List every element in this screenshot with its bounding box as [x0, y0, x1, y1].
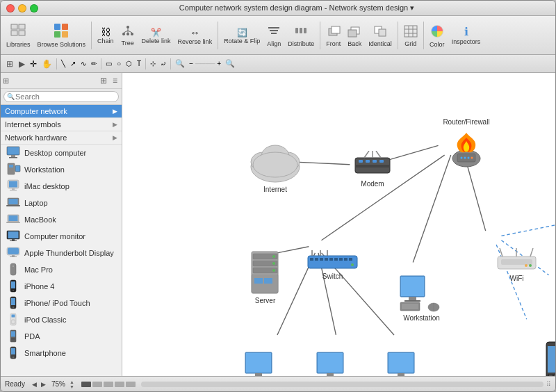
title-arrow-icon[interactable]: ▾ — [410, 3, 414, 12]
color-button[interactable]: Color — [427, 22, 448, 49]
node-desktop1[interactable]: Desktop PC — [244, 351, 289, 376]
tool-arrow[interactable]: ↗ — [68, 59, 78, 68]
node-router[interactable]: Router/Firewall — [442, 118, 491, 169]
page-dot-1[interactable] — [81, 382, 91, 387]
tool-zoom-out[interactable]: 🔍 — [173, 58, 187, 69]
next-page-button[interactable]: ▶ — [40, 380, 47, 389]
front-label: Front — [326, 40, 341, 47]
sidebar-item-imac[interactable]: iMac desktop — [1, 178, 122, 195]
page-dot-3[interactable] — [104, 382, 113, 387]
rotate-flip-button[interactable]: 🔄 Rotate & Flip — [221, 25, 263, 46]
sidebar-grid-view[interactable]: ⊞ — [98, 75, 109, 86]
category-label-computer-network: Computer network — [5, 107, 113, 115]
sidebar-item-workstation[interactable]: Workstation — [1, 161, 122, 178]
main-content: ⊞ ⊞ ≡ 🔍 Computer network ▶ Internet symb… — [1, 73, 555, 376]
reverse-link-button[interactable]: ↔️ Reverse link — [175, 24, 215, 47]
close-button[interactable] — [6, 4, 15, 13]
page-dot-5[interactable] — [126, 382, 136, 387]
svg-rect-116 — [308, 256, 357, 268]
node-smartphone[interactable]: Smartphone — [539, 341, 555, 376]
tool-pointer[interactable]: ▶ — [17, 58, 27, 70]
tool-connector2[interactable]: ⤾ — [158, 59, 168, 68]
front-button[interactable]: Front — [323, 22, 343, 49]
page-dot-2[interactable] — [92, 382, 102, 387]
rotate-flip-icon: 🔄 — [237, 26, 247, 37]
modem-label: Modem — [361, 180, 384, 188]
grid-button[interactable]: Grid — [401, 22, 420, 49]
category-computer-network[interactable]: Computer network ▶ — [1, 105, 122, 118]
minimize-button[interactable] — [18, 4, 26, 13]
sidebar-item-smartphone[interactable]: Smartphone — [1, 345, 122, 361]
maximize-button[interactable] — [30, 4, 38, 13]
prev-page-button[interactable]: ◀ — [31, 380, 38, 389]
node-switch[interactable]: Switch — [306, 250, 359, 280]
search-input[interactable] — [3, 91, 119, 102]
router-label-top: Router/Firewall — [443, 118, 489, 126]
svg-point-11 — [131, 33, 133, 35]
sidebar-item-macpro[interactable]: Mac Pro — [1, 261, 122, 278]
tool-pan[interactable]: ✋ — [40, 58, 54, 70]
sidebar-list-view[interactable]: ≡ — [111, 75, 120, 86]
tool-select[interactable]: ⊞ — [3, 58, 16, 70]
node-wifi[interactable]: WiFi — [494, 247, 539, 282]
item-label-macpro: Mac Pro — [24, 266, 53, 274]
delete-link-button[interactable]: ✂️ Delete link — [139, 24, 174, 46]
tree-button[interactable]: Tree — [118, 22, 138, 48]
libraries-label: Libraries — [6, 41, 31, 48]
grid-icon — [404, 24, 418, 40]
sidebar-item-iphone-ipod[interactable]: iPhone/ iPod Touch — [1, 295, 122, 311]
identical-button[interactable]: Identical — [366, 22, 395, 49]
tool-line[interactable]: ╲ — [59, 59, 67, 68]
svg-rect-7 — [62, 31, 68, 38]
sidebar-item-laptop[interactable]: Laptop — [1, 195, 122, 211]
tool-curve[interactable]: ∿ — [79, 59, 88, 68]
inspectors-button[interactable]: ℹ Inspectors — [449, 24, 484, 47]
svg-rect-44 — [9, 199, 18, 204]
category-internet-symbols[interactable]: Internet symbols ▶ — [1, 118, 122, 131]
node-internet[interactable]: Internet — [244, 136, 306, 193]
tool-freehand[interactable]: ✏ — [89, 59, 99, 68]
node-desktop3[interactable]: Desktop PC — [386, 351, 432, 376]
chain-button[interactable]: ⛓ Chain — [95, 24, 117, 46]
sidebar-item-pda[interactable]: PDA — [1, 328, 122, 345]
tool-poly[interactable]: ⬡ — [124, 59, 134, 68]
zoom-minus[interactable]: − — [188, 59, 195, 68]
tool-rect[interactable]: ▭ — [104, 59, 114, 68]
browse-solutions-button[interactable]: Browse Solutions — [35, 22, 89, 49]
back-button[interactable]: Back — [345, 22, 364, 49]
zoom-in-icon[interactable]: 🔍 — [223, 58, 237, 69]
rotate-flip-label: Rotate & Flip — [224, 38, 260, 44]
sidebar-items-list: Desktop computer Workstation iMac deskto… — [1, 145, 122, 376]
desktop-computer-icon — [5, 146, 22, 160]
node-desktop2[interactable]: Desktop PC — [316, 351, 361, 376]
tool-text[interactable]: T — [135, 59, 143, 68]
sidebar-item-thunderbolt[interactable]: Apple Thunderbolt Display — [1, 245, 122, 261]
sidebar-item-monitor[interactable]: Computer monitor — [1, 228, 122, 245]
sidebar-item-macbook[interactable]: MacBook — [1, 211, 122, 228]
sidebar-item-desktop-computer[interactable]: Desktop computer — [1, 145, 122, 161]
distribute-button[interactable]: Distribute — [285, 22, 317, 49]
category-network-hardware[interactable]: Network hardware ▶ — [1, 131, 122, 145]
desktop-pc-3-icon — [386, 351, 432, 376]
node-server[interactable]: Server — [246, 250, 284, 304]
zoom-stepper[interactable]: ▲ ▼ — [70, 379, 74, 389]
sidebar-item-ipod-classic[interactable]: iPod Classic — [1, 311, 122, 328]
node-modem[interactable]: Modem — [352, 151, 393, 188]
toolbar-sep-3 — [320, 22, 320, 49]
node-workstation[interactable]: Workstation — [399, 275, 444, 322]
align-button[interactable]: Align — [264, 22, 284, 49]
tool-crosshair[interactable]: ✛ — [28, 58, 39, 70]
sidebar-item-iphone4[interactable]: iPhone 4 — [1, 278, 122, 295]
tool-connect[interactable]: ⊹ — [148, 59, 158, 68]
page-dot-4[interactable] — [115, 382, 124, 387]
svg-rect-6 — [54, 31, 60, 38]
zoom-up[interactable]: ▲ — [70, 379, 74, 384]
tool-ellipse[interactable]: ○ — [115, 59, 123, 68]
canvas-area[interactable]: Internet Modem — [122, 73, 555, 376]
zoom-down[interactable]: ▼ — [70, 384, 74, 389]
window-controls — [6, 4, 38, 13]
zoom-plus[interactable]: + — [215, 59, 222, 68]
libraries-button[interactable]: Libraries — [3, 22, 33, 49]
svg-rect-93 — [366, 160, 370, 163]
horizontal-scrollbar[interactable] — [141, 382, 543, 387]
